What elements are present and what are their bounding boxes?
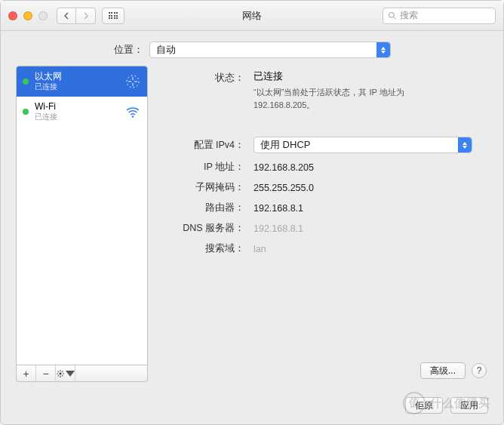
svg-line-12 <box>58 375 59 376</box>
content-area: 以太网 已连接 Wi-Fi 已连接 <box>1 66 503 393</box>
ethernet-icon <box>124 73 141 90</box>
location-label: 位置： <box>114 43 143 57</box>
chevron-right-icon <box>83 12 89 20</box>
search-domain-label: 搜索域： <box>161 242 244 255</box>
status-block: 已连接 “以太网”当前处于活跃状态，其 IP 地址为 192.168.8.205… <box>254 70 488 111</box>
sidebar-footer: + − <box>16 365 148 382</box>
detail-form: 状态： 已连接 “以太网”当前处于活跃状态，其 IP 地址为 192.168.8… <box>161 70 488 255</box>
advanced-row: 高级... ? <box>161 356 488 382</box>
config-ipv4-select[interactable]: 使用 DHCP <box>254 137 472 153</box>
sidebar-item-status: 已连接 <box>35 82 118 91</box>
location-row: 位置： 自动 <box>1 31 503 66</box>
remove-interface-button[interactable]: − <box>36 365 56 381</box>
updown-arrows-icon <box>376 42 390 57</box>
window-controls <box>8 11 48 20</box>
location-select[interactable]: 自动 <box>149 42 391 58</box>
search-input[interactable]: 搜索 <box>383 8 496 24</box>
window-title: 网络 <box>242 9 262 23</box>
svg-point-0 <box>389 12 395 17</box>
svg-line-1 <box>394 17 396 19</box>
updown-arrows-icon <box>458 137 472 152</box>
svg-line-11 <box>62 371 63 371</box>
search-placeholder: 搜索 <box>400 9 418 22</box>
svg-point-3 <box>132 115 134 118</box>
chevron-left-icon <box>63 12 69 20</box>
status-value: 已连接 <box>254 70 488 83</box>
interface-actions-button[interactable] <box>56 365 75 381</box>
gear-icon <box>56 369 65 378</box>
config-ipv4-label: 配置 IPv4： <box>161 139 244 152</box>
titlebar: 网络 搜索 <box>1 1 503 31</box>
router-value: 192.168.8.1 <box>254 203 488 214</box>
status-label: 状态： <box>161 70 244 85</box>
dns-label: DNS 服务器： <box>161 222 244 235</box>
svg-line-9 <box>58 371 59 371</box>
nav-back-button[interactable] <box>57 8 76 24</box>
sidebar-item-label: 以太网 <box>35 72 118 82</box>
svg-line-10 <box>62 375 63 376</box>
zoom-window-button[interactable] <box>38 11 48 20</box>
sidebar-item-label: Wi-Fi <box>35 102 118 112</box>
close-window-button[interactable] <box>8 11 17 20</box>
nav-buttons <box>57 8 96 24</box>
help-button[interactable]: ? <box>472 363 487 378</box>
status-dot-icon <box>23 79 29 85</box>
wifi-icon <box>124 103 141 120</box>
search-domain-value: lan <box>254 244 488 254</box>
location-value: 自动 <box>156 43 376 57</box>
sidebar-item-wifi[interactable]: Wi-Fi 已连接 <box>17 97 147 127</box>
sidebar-wrap: 以太网 已连接 Wi-Fi 已连接 <box>16 66 148 382</box>
network-preferences-window: 网络 搜索 位置： 自动 以太网 已连接 <box>0 0 504 425</box>
status-description: “以太网”当前处于活跃状态，其 IP 地址为 192.168.8.205。 <box>254 86 450 111</box>
svg-point-4 <box>59 372 61 374</box>
router-label: 路由器： <box>161 202 244 214</box>
sidebar-item-ethernet[interactable]: 以太网 已连接 <box>17 66 147 97</box>
mask-label: 子网掩码： <box>161 181 244 194</box>
sidebar-item-status: 已连接 <box>35 112 118 122</box>
status-dot-icon <box>23 109 29 115</box>
grid-icon <box>109 12 118 19</box>
mask-value: 255.255.255.0 <box>254 183 488 193</box>
chevron-down-icon <box>66 369 75 378</box>
bottom-actions: 佢原 应用 <box>1 393 503 424</box>
revert-button[interactable]: 佢原 <box>405 397 443 414</box>
add-interface-button[interactable]: + <box>17 365 36 381</box>
show-all-prefs-button[interactable] <box>102 8 124 24</box>
dns-value: 192.168.8.1 <box>254 223 488 234</box>
minimize-window-button[interactable] <box>23 11 32 20</box>
ip-label: IP 地址： <box>161 161 244 174</box>
ip-value: 192.168.8.205 <box>254 162 488 173</box>
search-icon <box>388 11 397 20</box>
detail-panel: 状态： 已连接 “以太网”当前处于活跃状态，其 IP 地址为 192.168.8… <box>161 66 488 382</box>
apply-button[interactable]: 应用 <box>450 397 488 414</box>
nav-forward-button[interactable] <box>76 8 96 24</box>
interface-list: 以太网 已连接 Wi-Fi 已连接 <box>16 66 148 365</box>
advanced-button[interactable]: 高级... <box>420 362 466 379</box>
config-ipv4-value: 使用 DHCP <box>260 138 458 152</box>
